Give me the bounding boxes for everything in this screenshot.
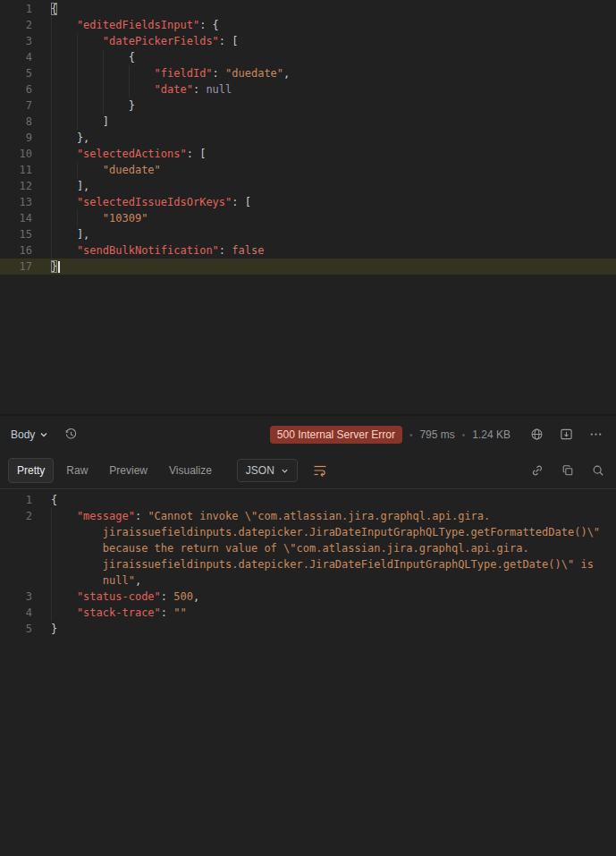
indent-guide	[77, 162, 103, 178]
code-token: "selectedActions"	[77, 148, 187, 160]
tab-preview[interactable]: Preview	[100, 458, 156, 483]
tab-raw[interactable]: Raw	[57, 458, 97, 483]
code-line[interactable]: 11"duedate"	[0, 162, 616, 178]
text-wrap-icon	[313, 464, 327, 477]
code-line[interactable]: 17}	[0, 258, 616, 275]
line-number: 2	[0, 508, 32, 524]
code-token: "editedFieldsInput"	[77, 19, 199, 31]
response-body-editor[interactable]: 1{2"message": "Cannot invoke \"com.atlas…	[0, 489, 616, 826]
indent-guide	[51, 33, 77, 49]
more-options-icon	[589, 428, 603, 441]
indent-guide	[77, 33, 103, 49]
code-token: "fieldId"	[155, 67, 213, 80]
copy-link-button[interactable]	[527, 461, 547, 480]
search-body-button[interactable]	[588, 461, 608, 480]
link-icon	[531, 464, 544, 477]
wrap-lines-button[interactable]	[310, 461, 330, 480]
line-number	[0, 524, 32, 540]
code-line[interactable]: 14"10309"	[0, 210, 616, 226]
code-line[interactable]: because the return value of \"com.atlass…	[0, 540, 616, 556]
indent-guide	[51, 130, 77, 146]
request-body-editor[interactable]: 1{2"editedFieldsInput": {3"datePickerFie…	[0, 0, 616, 415]
line-number: 11	[0, 162, 32, 178]
code-line[interactable]: jiraissuefieldinputs.datepicker.JiraDate…	[0, 556, 616, 572]
indent-guide	[103, 81, 129, 97]
line-number: 6	[0, 81, 32, 97]
code-token: "duedate"	[225, 67, 283, 80]
indent-guide	[51, 589, 77, 605]
code-line[interactable]: null",	[0, 572, 616, 589]
network-info-button[interactable]	[527, 425, 546, 445]
code-token: :	[219, 244, 232, 257]
indent-guide	[77, 49, 103, 65]
line-number: 15	[0, 226, 32, 242]
copy-body-button[interactable]	[558, 461, 578, 480]
format-dropdown-label: JSON	[246, 464, 274, 477]
line-number: 3	[0, 33, 32, 49]
format-dropdown[interactable]: JSON	[237, 459, 298, 482]
indent-guide	[51, 524, 77, 540]
code-line[interactable]: 5"fieldId": "duedate",	[0, 65, 616, 81]
code-line[interactable]: jiraissuefieldinputs.datepicker.JiraDate…	[0, 524, 616, 540]
code-line[interactable]: 4"stack-trace": ""	[0, 605, 616, 621]
more-options-button[interactable]	[586, 425, 605, 445]
indent-guide	[51, 210, 77, 226]
code-token: false	[232, 244, 264, 257]
separator-dot	[462, 428, 466, 441]
code-line[interactable]: 9},	[0, 130, 616, 146]
code-token: "message"	[77, 510, 135, 522]
line-number: 8	[0, 114, 32, 130]
tab-visualize[interactable]: Visualize	[160, 458, 221, 483]
wrap-indent	[77, 540, 103, 556]
code-token: null"	[103, 574, 135, 587]
code-line[interactable]: 5}	[0, 621, 616, 637]
code-line[interactable]: 1{	[0, 492, 616, 508]
code-line[interactable]: 6"date": null	[0, 81, 616, 97]
code-token: because the return value of \"com.atlass…	[103, 542, 529, 555]
code-line[interactable]: 16"sendBulkNotification": false	[0, 242, 616, 258]
code-line[interactable]: 3"status-code": 500,	[0, 589, 616, 605]
line-number: 17	[0, 258, 32, 275]
save-response-icon	[560, 428, 573, 441]
indent-guide	[51, 556, 77, 572]
code-line[interactable]: 2"message": "Cannot invoke \"com.atlassi…	[0, 508, 616, 524]
request-body-code: 1{2"editedFieldsInput": {3"datePickerFie…	[0, 1, 616, 275]
line-number: 9	[0, 130, 32, 146]
globe-icon	[530, 428, 544, 441]
code-line[interactable]: 1{	[0, 1, 616, 17]
code-line[interactable]: 4{	[0, 49, 616, 65]
code-line[interactable]: 15],	[0, 226, 616, 242]
search-icon	[592, 464, 604, 477]
copy-icon	[561, 464, 574, 477]
code-token: : [	[219, 35, 239, 47]
code-line[interactable]: 12],	[0, 178, 616, 194]
code-token: }	[51, 623, 57, 635]
code-line[interactable]: 13"selectedIssueIdsOrKeys": [	[0, 194, 616, 210]
response-body-dropdown[interactable]: Body	[11, 428, 48, 441]
code-token: }	[51, 260, 57, 273]
response-body-label: Body	[11, 428, 35, 441]
code-token: "Cannot invoke \"com.atlassian.jira.grap…	[148, 510, 490, 522]
line-number: 5	[0, 65, 32, 81]
code-token: {	[51, 494, 57, 506]
tab-pretty[interactable]: Pretty	[8, 458, 54, 483]
indent-guide	[51, 226, 77, 242]
save-response-button[interactable]	[556, 425, 576, 445]
code-token: "date"	[155, 83, 193, 96]
code-token: "selectedIssueIdsOrKeys"	[77, 196, 232, 208]
indent-guide	[51, 178, 77, 194]
response-history-button[interactable]	[61, 425, 80, 445]
indent-guide	[103, 49, 129, 65]
code-token: :	[161, 590, 173, 603]
code-line[interactable]: 7}	[0, 97, 616, 114]
code-line[interactable]: 10"selectedActions": [	[0, 146, 616, 162]
response-time: 795 ms	[419, 428, 454, 441]
code-line[interactable]: 3"datePickerFields": [	[0, 33, 616, 49]
indent-guide	[51, 17, 77, 33]
code-line[interactable]: 2"editedFieldsInput": {	[0, 17, 616, 33]
code-line[interactable]: 8]	[0, 114, 616, 130]
indent-guide	[51, 162, 77, 178]
line-number: 12	[0, 178, 32, 194]
code-token: "sendBulkNotification"	[77, 244, 219, 257]
indent-guide	[51, 81, 77, 97]
